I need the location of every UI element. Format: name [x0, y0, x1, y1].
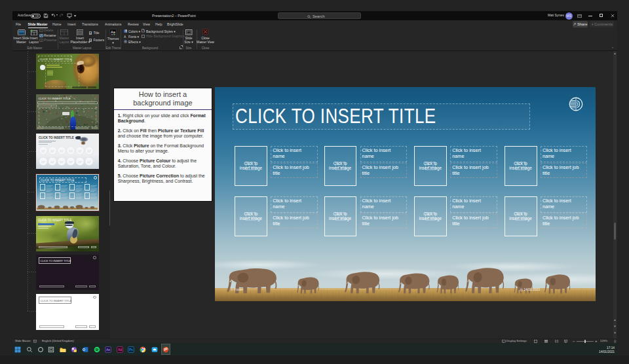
svg-text:Ps: Ps	[129, 348, 133, 352]
svg-text:Aa: Aa	[111, 30, 116, 34]
svg-text:A: A	[124, 35, 126, 38]
svg-text:Ae: Ae	[106, 348, 110, 352]
svg-text:Xd: Xd	[117, 348, 121, 352]
svg-text:P: P	[164, 348, 167, 352]
